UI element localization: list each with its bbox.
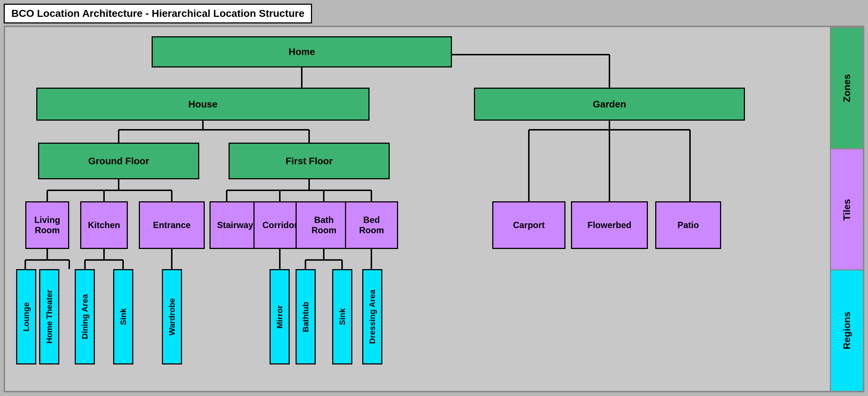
node-dressing-area: Dressing Area [362, 269, 382, 364]
diagram-area: Home House Garden Ground Floor First Flo… [5, 27, 830, 391]
right-legend: Zones Tiles Regions [830, 27, 863, 391]
node-wardrobe: Wardrobe [162, 269, 182, 364]
node-bed-room: Bed Room [345, 201, 398, 249]
node-lounge: Lounge [16, 269, 36, 364]
legend-regions: Regions [831, 270, 863, 391]
node-mirror: Mirror [270, 269, 290, 364]
node-house: House [36, 88, 370, 121]
node-flowerbed: Flowerbed [571, 201, 648, 249]
node-dining-area: Dining Area [75, 269, 95, 364]
node-kitchen: Kitchen [80, 201, 128, 249]
node-stairway: Stairway [209, 201, 261, 249]
title: BCO Location Architecture - Hierarchical… [4, 4, 312, 23]
node-garden: Garden [474, 88, 745, 121]
node-entrance: Entrance [139, 201, 205, 249]
node-living-room: Living Room [25, 201, 69, 249]
node-patio: Patio [655, 201, 721, 249]
main-area: Home House Garden Ground Floor First Flo… [4, 26, 864, 392]
node-sink-bath: Sink [332, 269, 352, 364]
node-first-floor: First Floor [229, 143, 390, 179]
node-bath-room: Bath Room [296, 201, 352, 249]
outer-container: BCO Location Architecture - Hierarchical… [0, 0, 868, 396]
node-sink-kitchen: Sink [113, 269, 133, 364]
node-home: Home [152, 36, 452, 67]
node-home-theater: Home Theater [39, 269, 59, 364]
node-ground-floor: Ground Floor [38, 143, 199, 179]
node-bathtub: Bathtub [296, 269, 316, 364]
legend-zones: Zones [831, 27, 863, 148]
node-carport: Carport [492, 201, 565, 249]
legend-tiles: Tiles [831, 148, 863, 270]
